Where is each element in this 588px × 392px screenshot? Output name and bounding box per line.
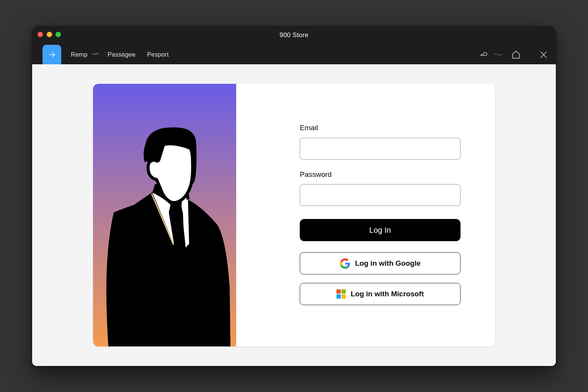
key-icon[interactable] [477, 45, 492, 64]
login-card: Email Password Log In Log in with Google [93, 84, 495, 346]
login-button[interactable]: Log In [300, 219, 461, 241]
email-field[interactable] [300, 138, 461, 160]
close-icon[interactable] [536, 45, 551, 64]
portrait-illustration [93, 84, 236, 346]
home-icon[interactable] [508, 45, 524, 64]
window-title: 900 Store [32, 26, 556, 44]
tab-pesport[interactable]: Pesport [147, 45, 169, 64]
app-window: 900 Store Remp Passagee Pesport [32, 26, 556, 366]
email-label: Email [300, 124, 318, 132]
microsoft-login-label: Log in with Microsoft [351, 290, 424, 298]
active-tab-button[interactable] [42, 45, 61, 64]
google-login-button[interactable]: Log in with Google [300, 252, 461, 274]
password-label: Password [300, 170, 332, 179]
password-field[interactable] [300, 184, 461, 206]
tab-passagee[interactable]: Passagee [108, 45, 136, 64]
tab-remp[interactable]: Remp [71, 45, 87, 64]
microsoft-icon [336, 289, 346, 299]
chevron-down-icon[interactable] [92, 52, 99, 56]
google-login-label: Log in with Google [355, 259, 421, 268]
microsoft-login-button[interactable]: Log in with Microsoft [300, 283, 461, 305]
google-icon [340, 258, 350, 269]
arrow-right-icon [48, 51, 56, 59]
squiggle-icon[interactable] [490, 45, 506, 64]
window-header: 900 Store Remp Passagee Pesport [32, 26, 556, 64]
page-content: Email Password Log In Log in with Google [32, 64, 556, 366]
person-silhouette [93, 84, 236, 346]
